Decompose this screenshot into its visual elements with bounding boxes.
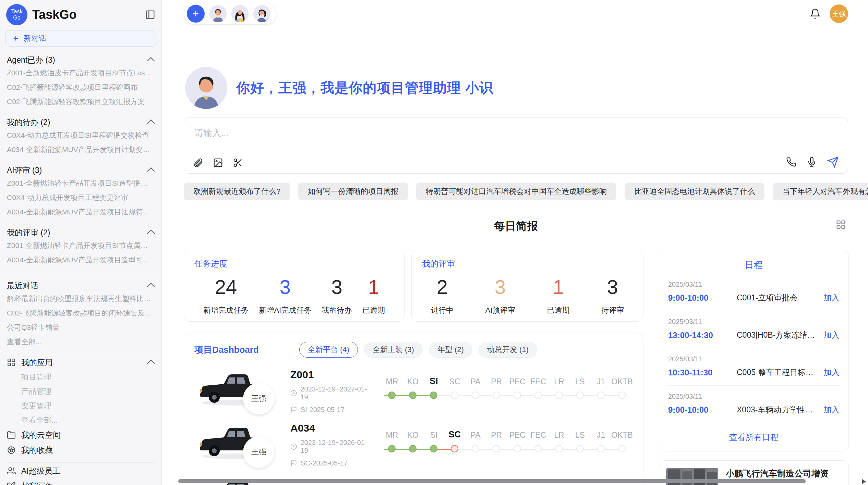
milestone-timeline: MRKOSISCPAPRPECFECLRLSJ1OKTB: [382, 373, 633, 409]
project-row[interactable]: 王强 A034 2023-12-19~2026-01-19 SC-2025-05…: [194, 421, 633, 469]
chevron-up-icon[interactable]: [147, 283, 155, 291]
sidebar-item[interactable]: 解释最新出台的欧盟报废车法规再生塑料比例被调至15%...: [7, 291, 155, 306]
sidebar-item[interactable]: C0X4-动力总成开发项目SI里程碑提交物检查: [7, 128, 155, 142]
stat-new-ai-completed: 3 新增AI完成任务: [259, 275, 311, 315]
horizontal-scrollbar[interactable]: [178, 479, 866, 484]
milestone-FEC: FEC: [528, 373, 549, 399]
microphone-button[interactable]: [807, 157, 817, 167]
milestone-SC: SC: [444, 373, 465, 399]
sidebar-item[interactable]: Z001-全新燃油轻卡产品开发项目SI造型提交物评审: [7, 176, 155, 190]
new-chat-button[interactable]: 新对话: [5, 30, 156, 47]
sidebar-item-help-writing[interactable]: 帮我写作: [7, 478, 155, 485]
event-time: 9:00-10:00: [668, 293, 733, 303]
scrollbar-thumb[interactable]: [178, 479, 806, 483]
project-dashboard-card: 项目Dashboard 全新平台 (4) 全新上装 (3) 年型 (2) 动总开…: [184, 333, 643, 485]
owner-badge: 王强: [243, 436, 275, 468]
sidebar-item[interactable]: Z001-全新燃油皮卡产品开发项目SI节点Lesson Learn报告: [7, 66, 155, 80]
sidebar-item-my-apps[interactable]: 我的应用: [7, 355, 155, 370]
suggestion-chip[interactable]: 当下年轻人对汽车外观有怎样的喜好趋势: [773, 183, 868, 200]
sidebar-item[interactable]: A034-全新新能源MUV产品开发项目计划变更表编写: [7, 142, 155, 157]
scissors-icon: [233, 158, 243, 168]
section-ai-review[interactable]: AI评审 (3): [7, 164, 155, 176]
tab-new-body[interactable]: 全新上装 (3): [364, 342, 423, 358]
sidebar-item-product-mgmt[interactable]: 产品管理: [7, 384, 155, 399]
join-button[interactable]: 加入: [824, 405, 840, 415]
sidebar-item[interactable]: A034-全新新能源MUV产品开发项目造型可行性评审: [7, 253, 155, 267]
add-member-button[interactable]: [187, 5, 205, 23]
event-title: C003|H0B-方案冻结评审: [737, 330, 820, 340]
stat-overdue: 1 已逾期: [362, 275, 385, 315]
suggestion-chip[interactable]: 比亚迪全固态电池计划具体说了什么: [625, 183, 764, 200]
suggestion-chip[interactable]: 如何写一份清晰的项目周报: [298, 183, 408, 200]
project-code: A034: [290, 422, 373, 434]
project-row[interactable]: 王强 Z001 2023-12-19~2027-01-19 SI-2025-05…: [194, 367, 633, 415]
screenshot-button[interactable]: [233, 158, 243, 168]
view-all-schedule-link[interactable]: 查看所有日程: [668, 423, 840, 443]
chevron-up-icon[interactable]: [147, 120, 155, 127]
sidebar-item[interactable]: C0X4-动力总成开发项目工程变更评审: [7, 190, 155, 205]
voice-call-button[interactable]: [786, 157, 796, 167]
favorites-label: 我的收藏: [21, 445, 53, 456]
sidebar-item-favorites[interactable]: 我的收藏: [7, 443, 155, 458]
attach-file-button[interactable]: [193, 158, 203, 168]
sidebar-item[interactable]: C02-飞腾新能源轻客改款项目的闭环通告反馈情况: [7, 306, 155, 320]
milestone-OKTB: OKTB: [611, 373, 633, 399]
tab-powertrain[interactable]: 动总开发 (1): [479, 342, 537, 358]
my-review-card: 我的评审 2 进行中 3 AI预评审 1: [411, 250, 643, 322]
tab-model-year[interactable]: 年型 (2): [429, 342, 472, 358]
chevron-up-icon[interactable]: [147, 360, 155, 368]
sidebar-item-apps-view-all[interactable]: 查看全部...: [7, 413, 155, 427]
section-recent-chats[interactable]: 最近对话: [7, 280, 155, 291]
insert-image-button[interactable]: [213, 158, 223, 168]
stat-pending-review: 3 待评审: [601, 275, 624, 315]
milestone-LR: LR: [549, 373, 570, 399]
user-avatar[interactable]: 王强: [830, 4, 848, 23]
sidebar-item[interactable]: C02-飞腾新能源轻客改款项目里程碑画布: [7, 80, 155, 95]
sidebar-item[interactable]: 公司Q3轻卡销量: [7, 320, 155, 335]
event-date: 2025/03/11: [668, 393, 840, 400]
tab-new-platform[interactable]: 全新平台 (4): [299, 342, 358, 358]
suggestion-chip[interactable]: 特朗普可能对进口汽车增税会对中国车企造成哪些影响: [416, 183, 616, 200]
composer: [184, 117, 848, 174]
chevron-up-icon[interactable]: [147, 230, 155, 238]
join-button[interactable]: 加入: [824, 330, 840, 340]
scrollbar-right-arrow-icon[interactable]: [862, 479, 866, 484]
section-my-todo[interactable]: 我的待办 (2): [7, 116, 155, 128]
section-title: 我的评审 (2): [7, 227, 50, 238]
sidebar-item-cloud-space[interactable]: 我的云空间: [7, 427, 155, 443]
member-avatar-1[interactable]: [209, 5, 227, 22]
chevron-up-icon[interactable]: [147, 57, 155, 65]
sidebar-item[interactable]: C02-飞腾新能源轻客改款项目立项汇报方案: [7, 95, 155, 109]
event-date: 2025/03/11: [668, 355, 840, 363]
sidebar-collapse-icon[interactable]: [145, 10, 155, 20]
project-dates: 2023-12-19~2027-01-19: [300, 385, 373, 401]
event-title: X003-车辆动力学性能验...: [737, 405, 820, 415]
milestone-SC: SC: [444, 427, 465, 452]
sidebar-item-ai-super-staff[interactable]: AI超级员工: [7, 463, 155, 478]
section-my-review[interactable]: 我的评审 (2): [7, 227, 155, 238]
milestone-MR: MR: [382, 427, 402, 452]
chevron-up-icon[interactable]: [147, 167, 155, 175]
send-button[interactable]: [827, 156, 839, 168]
event-time: 9:00-10:00: [668, 405, 733, 415]
sidebar-item[interactable]: A034-全新新能源MUV产品开发项目法规符合性评审: [7, 205, 155, 219]
edit-icon: [7, 482, 16, 485]
member-avatar-2[interactable]: [231, 5, 249, 22]
schedule-event: 2025/03/11 13:00-14:30 C003|H0B-方案冻结评审 加…: [668, 311, 840, 348]
milestone-J1: J1: [590, 373, 611, 399]
sidebar-item-change-mgmt[interactable]: 变更管理: [7, 399, 155, 413]
join-button[interactable]: 加入: [824, 367, 840, 378]
join-button[interactable]: 加入: [824, 293, 840, 303]
sidebar-item-view-all[interactable]: 查看全部...: [7, 335, 155, 349]
chat-input[interactable]: [184, 117, 848, 138]
folder-icon: [7, 431, 16, 439]
sidebar-item-project-mgmt[interactable]: 项目管理: [7, 370, 155, 384]
suggestion-chip[interactable]: 欧洲新规最近颁布了什么?: [184, 183, 290, 200]
layout-grid-icon[interactable]: [836, 220, 846, 230]
section-agent-done[interactable]: Agent已办 (3): [7, 54, 155, 66]
sidebar-item[interactable]: Z001-全新燃油轻卡产品开发项目SI节点属性5D文件评审: [7, 238, 155, 253]
notifications-bell-icon[interactable]: [810, 8, 821, 19]
milestone-PR: PR: [486, 373, 507, 399]
member-avatar-3[interactable]: [253, 5, 270, 22]
stat-new-completed: 24 新增完成任务: [203, 275, 249, 315]
